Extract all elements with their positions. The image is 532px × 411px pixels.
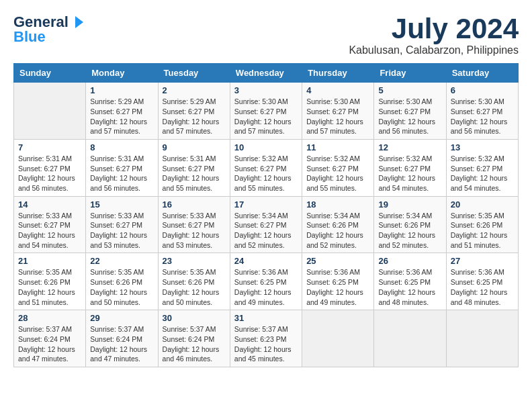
header-cell-monday: Monday (86, 64, 158, 83)
calendar-table: SundayMondayTuesdayWednesdayThursdayFrid… (13, 63, 519, 367)
day-number: 18 (306, 199, 369, 210)
calendar-cell (302, 310, 374, 367)
main-title: July 2024 (349, 13, 519, 44)
day-info: Sunrise: 5:32 AM Sunset: 6:27 PM Dayligh… (378, 154, 441, 193)
calendar-cell: 23Sunrise: 5:35 AM Sunset: 6:26 PM Dayli… (158, 253, 230, 310)
day-number: 29 (90, 313, 153, 323)
calendar-cell: 22Sunrise: 5:35 AM Sunset: 6:26 PM Dayli… (86, 253, 158, 310)
day-info: Sunrise: 5:30 AM Sunset: 6:27 PM Dayligh… (378, 97, 441, 136)
calendar-cell: 15Sunrise: 5:33 AM Sunset: 6:27 PM Dayli… (86, 196, 158, 253)
day-info: Sunrise: 5:37 AM Sunset: 6:24 PM Dayligh… (90, 324, 153, 364)
calendar-cell: 5Sunrise: 5:30 AM Sunset: 6:27 PM Daylig… (374, 83, 446, 140)
header-cell-friday: Friday (374, 64, 446, 83)
subtitle: Kabulusan, Calabarzon, Philippines (349, 44, 519, 56)
header-cell-tuesday: Tuesday (158, 64, 230, 83)
day-info: Sunrise: 5:32 AM Sunset: 6:27 PM Dayligh… (451, 154, 514, 193)
header-cell-wednesday: Wednesday (230, 64, 302, 83)
day-number: 31 (234, 313, 298, 323)
day-info: Sunrise: 5:32 AM Sunset: 6:27 PM Dayligh… (306, 154, 369, 193)
day-info: Sunrise: 5:33 AM Sunset: 6:27 PM Dayligh… (90, 211, 153, 250)
day-number: 5 (378, 85, 441, 95)
calendar-cell: 10Sunrise: 5:32 AM Sunset: 6:27 PM Dayli… (230, 139, 302, 196)
day-info: Sunrise: 5:35 AM Sunset: 6:26 PM Dayligh… (163, 267, 226, 307)
day-number: 30 (163, 313, 226, 323)
day-number: 28 (18, 313, 81, 323)
calendar-cell: 7Sunrise: 5:31 AM Sunset: 6:27 PM Daylig… (14, 139, 86, 196)
day-info: Sunrise: 5:29 AM Sunset: 6:27 PM Dayligh… (163, 97, 226, 136)
logo: General Blue (13, 13, 85, 46)
day-number: 15 (90, 199, 153, 210)
calendar-cell: 3Sunrise: 5:30 AM Sunset: 6:27 PM Daylig… (230, 83, 302, 140)
header-cell-thursday: Thursday (302, 64, 374, 83)
logo-icon (70, 15, 85, 30)
calendar-cell (446, 310, 518, 367)
calendar-cell (374, 310, 446, 367)
calendar-cell: 28Sunrise: 5:37 AM Sunset: 6:24 PM Dayli… (14, 310, 86, 367)
page-header: General Blue July 2024 Kabulusan, Calaba… (13, 13, 519, 56)
day-number: 9 (163, 142, 226, 152)
day-number: 6 (451, 85, 514, 95)
day-number: 3 (234, 85, 298, 95)
calendar-cell: 2Sunrise: 5:29 AM Sunset: 6:27 PM Daylig… (158, 83, 230, 140)
calendar-cell: 13Sunrise: 5:32 AM Sunset: 6:27 PM Dayli… (446, 139, 518, 196)
calendar-cell: 4Sunrise: 5:30 AM Sunset: 6:27 PM Daylig… (302, 83, 374, 140)
day-number: 12 (378, 142, 441, 152)
calendar-cell: 21Sunrise: 5:35 AM Sunset: 6:26 PM Dayli… (14, 253, 86, 310)
calendar-cell: 17Sunrise: 5:34 AM Sunset: 6:27 PM Dayli… (230, 196, 302, 253)
week-row-4: 21Sunrise: 5:35 AM Sunset: 6:26 PM Dayli… (14, 253, 519, 310)
week-row-1: 1Sunrise: 5:29 AM Sunset: 6:27 PM Daylig… (14, 83, 519, 140)
day-info: Sunrise: 5:31 AM Sunset: 6:27 PM Dayligh… (90, 154, 153, 193)
day-number: 25 (306, 256, 369, 266)
day-info: Sunrise: 5:34 AM Sunset: 6:27 PM Dayligh… (234, 211, 298, 250)
day-info: Sunrise: 5:37 AM Sunset: 6:23 PM Dayligh… (234, 324, 298, 364)
day-info: Sunrise: 5:37 AM Sunset: 6:24 PM Dayligh… (163, 324, 226, 364)
calendar-cell: 24Sunrise: 5:36 AM Sunset: 6:25 PM Dayli… (230, 253, 302, 310)
calendar-cell: 16Sunrise: 5:33 AM Sunset: 6:27 PM Dayli… (158, 196, 230, 253)
day-number: 2 (163, 85, 226, 95)
calendar-header: SundayMondayTuesdayWednesdayThursdayFrid… (14, 64, 519, 83)
day-info: Sunrise: 5:30 AM Sunset: 6:27 PM Dayligh… (306, 97, 369, 136)
week-row-5: 28Sunrise: 5:37 AM Sunset: 6:24 PM Dayli… (14, 310, 519, 367)
day-info: Sunrise: 5:36 AM Sunset: 6:25 PM Dayligh… (451, 267, 514, 307)
svg-marker-0 (75, 16, 83, 28)
calendar-cell: 18Sunrise: 5:34 AM Sunset: 6:26 PM Dayli… (302, 196, 374, 253)
calendar-cell: 30Sunrise: 5:37 AM Sunset: 6:24 PM Dayli… (158, 310, 230, 367)
logo-blue-text: Blue (13, 28, 46, 46)
day-info: Sunrise: 5:36 AM Sunset: 6:25 PM Dayligh… (234, 267, 298, 307)
day-number: 11 (306, 142, 369, 152)
week-row-3: 14Sunrise: 5:33 AM Sunset: 6:27 PM Dayli… (14, 196, 519, 253)
day-info: Sunrise: 5:35 AM Sunset: 6:26 PM Dayligh… (451, 211, 514, 250)
day-number: 17 (234, 199, 298, 210)
day-number: 4 (306, 85, 369, 95)
day-info: Sunrise: 5:35 AM Sunset: 6:26 PM Dayligh… (18, 267, 81, 307)
day-number: 14 (18, 199, 81, 210)
calendar-cell: 14Sunrise: 5:33 AM Sunset: 6:27 PM Dayli… (14, 196, 86, 253)
calendar-cell: 20Sunrise: 5:35 AM Sunset: 6:26 PM Dayli… (446, 196, 518, 253)
day-number: 19 (378, 199, 441, 210)
day-info: Sunrise: 5:31 AM Sunset: 6:27 PM Dayligh… (163, 154, 226, 193)
header-cell-sunday: Sunday (14, 64, 86, 83)
day-number: 23 (163, 256, 226, 266)
day-number: 27 (451, 256, 514, 266)
calendar-cell: 27Sunrise: 5:36 AM Sunset: 6:25 PM Dayli… (446, 253, 518, 310)
calendar-cell: 12Sunrise: 5:32 AM Sunset: 6:27 PM Dayli… (374, 139, 446, 196)
calendar-body: 1Sunrise: 5:29 AM Sunset: 6:27 PM Daylig… (14, 83, 519, 367)
day-info: Sunrise: 5:31 AM Sunset: 6:27 PM Dayligh… (18, 154, 81, 193)
calendar-cell: 26Sunrise: 5:36 AM Sunset: 6:25 PM Dayli… (374, 253, 446, 310)
day-info: Sunrise: 5:33 AM Sunset: 6:27 PM Dayligh… (18, 211, 81, 250)
day-number: 20 (451, 199, 514, 210)
calendar-cell: 11Sunrise: 5:32 AM Sunset: 6:27 PM Dayli… (302, 139, 374, 196)
day-info: Sunrise: 5:32 AM Sunset: 6:27 PM Dayligh… (234, 154, 298, 193)
day-number: 13 (451, 142, 514, 152)
day-info: Sunrise: 5:30 AM Sunset: 6:27 PM Dayligh… (234, 97, 298, 136)
day-number: 16 (163, 199, 226, 210)
calendar-cell: 29Sunrise: 5:37 AM Sunset: 6:24 PM Dayli… (86, 310, 158, 367)
day-number: 10 (234, 142, 298, 152)
header-cell-saturday: Saturday (446, 64, 518, 83)
header-row: SundayMondayTuesdayWednesdayThursdayFrid… (14, 64, 519, 83)
day-info: Sunrise: 5:36 AM Sunset: 6:25 PM Dayligh… (306, 267, 369, 307)
calendar-cell: 8Sunrise: 5:31 AM Sunset: 6:27 PM Daylig… (86, 139, 158, 196)
day-info: Sunrise: 5:33 AM Sunset: 6:27 PM Dayligh… (163, 211, 226, 250)
title-section: July 2024 Kabulusan, Calabarzon, Philipp… (349, 13, 519, 56)
calendar-cell: 25Sunrise: 5:36 AM Sunset: 6:25 PM Dayli… (302, 253, 374, 310)
